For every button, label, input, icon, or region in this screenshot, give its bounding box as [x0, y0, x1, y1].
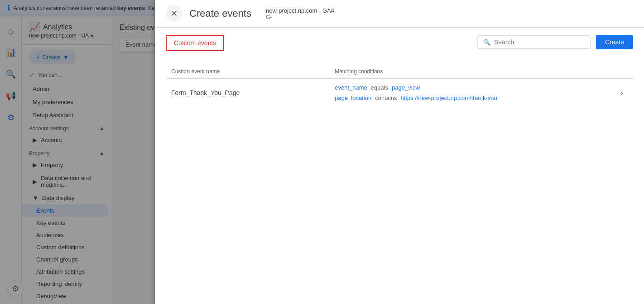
panel-property-name: new-project.np.com - GA4: [266, 7, 334, 14]
tab-bar: Custom events: [166, 35, 224, 50]
panel-property-id: G-: [266, 14, 334, 20]
panel-close-button[interactable]: ✕: [166, 5, 182, 22]
condition-value-link[interactable]: https://new-project.np.com/thank-you: [401, 95, 497, 101]
panel-property-info: new-project.np.com - GA4 G-: [266, 7, 334, 20]
col-conditions: Matching conditions: [329, 65, 615, 79]
condition-row-2: page_location contains https://new-proje…: [335, 95, 610, 101]
tab-custom-events[interactable]: Custom events: [166, 35, 224, 51]
custom-events-table: Custom event name Matching conditions Fo…: [166, 65, 633, 107]
row-expand-icon[interactable]: ›: [620, 88, 623, 97]
create-events-panel: ✕ Create events new-project.np.com - GA4…: [155, 0, 644, 304]
condition-row-1: event_name equals page_view: [335, 84, 610, 91]
table-row: Form_Thank_You_Page event_name equals pa…: [166, 79, 633, 107]
search-icon: 🔍: [483, 39, 490, 46]
panel-body: Custom events 🔍 Create Custom event name…: [155, 28, 644, 304]
event-name-cell: Form_Thank_You_Page: [166, 79, 329, 107]
col-event-name: Custom event name: [166, 65, 329, 79]
panel-header: ✕ Create events new-project.np.com - GA4…: [155, 0, 644, 28]
conditions-cell: event_name equals page_view page_locatio…: [329, 79, 615, 107]
panel-create-button[interactable]: Create: [596, 35, 633, 49]
close-icon: ✕: [171, 9, 178, 19]
panel-title: Create events: [189, 8, 251, 19]
panel-toolbar: 🔍 Create: [477, 35, 633, 49]
search-input[interactable]: [494, 38, 585, 46]
row-action-cell: ›: [615, 79, 633, 107]
search-box: 🔍: [477, 35, 591, 49]
